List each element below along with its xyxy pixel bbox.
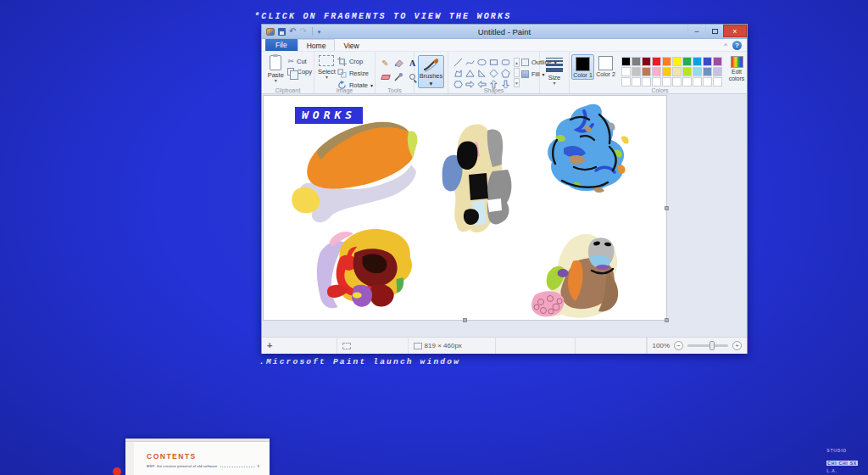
canvas-resize-handle-corner[interactable] — [665, 318, 669, 322]
tab-file[interactable]: File — [265, 39, 298, 51]
palette-swatch[interactable] — [652, 67, 661, 76]
shapes-scroll-mid-button[interactable]: · — [514, 68, 520, 77]
shape-right-triangle[interactable] — [476, 68, 487, 78]
palette-swatch[interactable] — [703, 77, 712, 87]
shape-rounded-rectangle-icon — [501, 58, 510, 67]
color-picker-tool-button[interactable] — [393, 71, 404, 82]
resize-button[interactable]: Resize — [337, 69, 373, 78]
fragment-5-dog-head[interactable] — [522, 229, 641, 320]
shape-triangle[interactable] — [465, 68, 476, 78]
group-label-clipboard: Clipboard — [262, 87, 314, 93]
copy-button[interactable]: Copy — [287, 68, 312, 75]
brush-icon — [423, 57, 440, 72]
maximize-button[interactable] — [705, 25, 723, 37]
toc-entry[interactable]: MSP: the creative potential of old softw… — [147, 464, 259, 468]
crop-button[interactable]: Crop — [337, 57, 373, 66]
close-button[interactable]: × — [723, 25, 747, 37]
palette-swatch[interactable] — [632, 67, 641, 76]
group-colors: Color 1 Color 2 Edit colors Colors — [570, 52, 750, 93]
palette-swatch[interactable] — [682, 67, 692, 76]
fragment-2-vertical-collage[interactable] — [433, 120, 518, 239]
palette-swatch[interactable] — [621, 67, 631, 76]
shape-polygon[interactable] — [453, 68, 464, 78]
ribbon-tab-row: File Home View ^ ? — [262, 39, 747, 52]
edit-colors-button[interactable]: Edit colors — [725, 53, 748, 81]
zoom-slider-thumb[interactable] — [709, 341, 715, 350]
palette-swatch[interactable] — [672, 77, 682, 87]
eraser-icon — [381, 75, 391, 80]
palette-swatch[interactable] — [703, 67, 712, 76]
shapes-scroll-up-button[interactable]: ▲ — [514, 58, 520, 67]
palette-swatch[interactable] — [652, 77, 661, 87]
zoom-in-button[interactable]: + — [732, 341, 742, 350]
shape-line[interactable] — [453, 57, 464, 67]
contents-card[interactable]: CONTENTS MSP: the creative potential of … — [125, 439, 270, 475]
palette-swatch[interactable] — [703, 57, 712, 66]
shape-rounded-rectangle[interactable] — [500, 57, 511, 67]
shape-diamond[interactable] — [488, 68, 499, 78]
desktop-background: { "annotations": { "top": "*CLICK ON FRA… — [0, 0, 868, 475]
works-label[interactable]: WORKS — [295, 107, 363, 124]
palette-swatch[interactable] — [713, 67, 722, 76]
palette-swatch[interactable] — [672, 57, 682, 66]
palette-swatch[interactable] — [682, 57, 692, 66]
selection-size-icon — [342, 343, 351, 349]
paste-dropdown-icon: ▾ — [275, 79, 277, 82]
cut-button[interactable]: ✂ Cut — [287, 57, 312, 65]
studio-watermark: STUDIO CHI CHI SX L.A. — [826, 448, 858, 475]
zoom-out-button[interactable]: − — [674, 341, 683, 350]
shape-pentagon[interactable] — [500, 68, 511, 78]
palette-swatch[interactable] — [713, 77, 722, 87]
group-brushes: Brushes ▾ — [415, 52, 448, 93]
palette-swatch[interactable] — [662, 77, 671, 87]
palette-swatch[interactable] — [652, 57, 661, 66]
palette-swatch[interactable] — [642, 77, 651, 87]
group-clipboard: Paste ▾ ✂ Cut Copy Clipboard — [262, 52, 314, 93]
palette-swatch[interactable] — [713, 57, 722, 66]
shape-ellipse[interactable] — [476, 57, 487, 67]
color1-button[interactable]: Color 1 — [571, 54, 594, 80]
fragment-3-blue-leaf[interactable] — [533, 99, 643, 197]
palette-swatch[interactable] — [672, 67, 682, 76]
palette-swatch[interactable] — [662, 67, 671, 76]
palette-swatch[interactable] — [642, 67, 651, 76]
status-selection-segment — [337, 338, 409, 354]
eraser-tool-button[interactable] — [380, 71, 391, 82]
scroll-down-icon: ▼ — [515, 81, 519, 86]
select-button[interactable]: Select ▾ — [316, 53, 337, 79]
tab-home[interactable]: Home — [298, 39, 336, 51]
collapse-ribbon-icon[interactable]: ^ — [724, 42, 727, 49]
pencil-tool-button[interactable]: ✎ — [380, 58, 391, 69]
color2-button[interactable]: Color 2 — [594, 54, 617, 78]
zoom-slider[interactable] — [687, 344, 728, 347]
canvas-resize-handle-right[interactable] — [665, 206, 669, 210]
palette-swatch[interactable] — [632, 77, 641, 87]
fill-tool-button[interactable] — [393, 58, 404, 69]
zoom-level: 100% — [653, 342, 670, 349]
palette-swatch[interactable] — [642, 57, 651, 66]
shape-rectangle[interactable] — [488, 57, 499, 67]
palette-swatch[interactable] — [693, 57, 702, 66]
size-button[interactable]: Size ▾ — [542, 53, 567, 85]
fragment-4-yellow-red-blob[interactable] — [291, 221, 426, 320]
fragment-1-orange-blob[interactable] — [289, 110, 425, 229]
palette-swatch[interactable] — [662, 57, 671, 66]
shape-curve[interactable] — [465, 57, 476, 67]
minimize-button[interactable]: – — [687, 25, 705, 37]
brushes-button[interactable]: Brushes ▾ — [418, 55, 444, 88]
drawing-canvas[interactable]: WORKS — [264, 96, 666, 320]
shapes-scroll-down-button[interactable]: ▼ — [514, 78, 520, 87]
palette-swatch[interactable] — [682, 77, 692, 87]
palette-swatch[interactable] — [621, 57, 631, 66]
palette-swatch[interactable] — [632, 57, 641, 66]
help-icon[interactable]: ? — [732, 41, 742, 50]
tab-view[interactable]: View — [335, 40, 367, 51]
size-icon — [546, 58, 563, 72]
canvas-resize-handle-bottom[interactable] — [463, 318, 467, 322]
palette-swatch[interactable] — [621, 77, 631, 87]
paste-button[interactable]: Paste ▾ — [264, 53, 287, 82]
palette-swatch[interactable] — [693, 67, 702, 76]
title-bar[interactable]: ↶ ↷ ▾ Untitled - Paint – × — [262, 25, 747, 39]
palette-swatch[interactable] — [693, 77, 702, 87]
shape-ellipse-icon — [477, 58, 487, 67]
